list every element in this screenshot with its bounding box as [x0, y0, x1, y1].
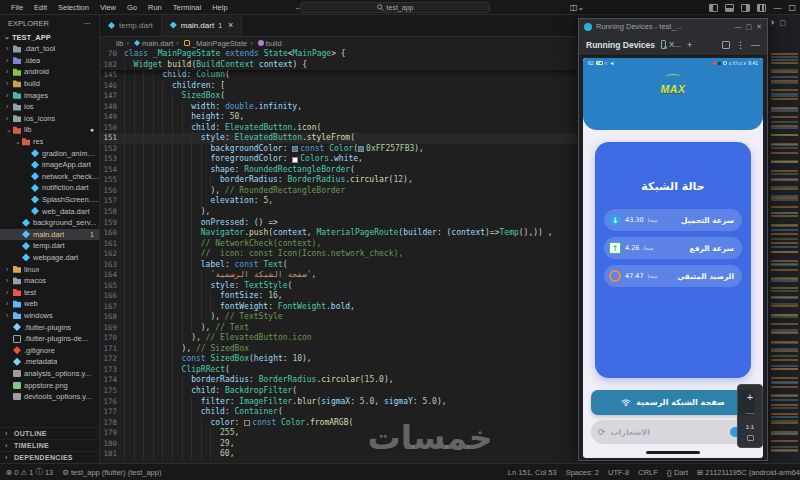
explorer-item-label: macos: [24, 276, 46, 285]
panel-minimize-button[interactable]: —: [735, 23, 742, 30]
explorer-item[interactable]: › windows: [0, 310, 99, 322]
explorer-root[interactable]: ⌄ TEST_APP: [0, 31, 99, 43]
customize-layout-icon[interactable]: [757, 4, 766, 12]
explorer-item[interactable]: devtools_options.y...: [0, 391, 99, 403]
explorer-item[interactable]: main.dart 1: [0, 229, 99, 241]
explorer-item[interactable]: › linux: [0, 263, 99, 275]
language-mode[interactable]: {} Dart: [667, 468, 688, 477]
explorer-item[interactable]: gradion_animat...: [0, 147, 99, 159]
explorer-item[interactable]: › build: [0, 78, 99, 90]
toggle-sidebar-icon[interactable]: [709, 4, 718, 12]
explorer-item[interactable]: › test: [0, 286, 99, 298]
explorer-item[interactable]: .flutter-plugins-de...: [0, 333, 99, 345]
device-tab[interactable]: X...: [661, 40, 681, 49]
code-token: height: [254, 354, 283, 365]
zoom-out-button[interactable]: —: [746, 408, 755, 418]
code-token: State: [264, 49, 288, 60]
menu-item[interactable]: Edit: [29, 3, 52, 12]
explorer-item[interactable]: temp.dart: [0, 240, 99, 252]
code-viewport[interactable]: 70class _MainPageState extends State<Mai…: [100, 49, 578, 460]
sidebar-section-header[interactable]: › OUTLINE: [0, 427, 99, 439]
explorer-item[interactable]: appstore.png: [0, 379, 99, 391]
explorer-item[interactable]: network_check...: [0, 171, 99, 183]
menu-item[interactable]: Terminal: [168, 3, 206, 12]
eol-sequence[interactable]: CRLF: [638, 468, 658, 477]
explorer-item[interactable]: web_data.dart: [0, 205, 99, 217]
panel-maximize-button[interactable]: ▢: [746, 23, 753, 31]
explorer-item[interactable]: .gitignore: [0, 344, 99, 356]
panel-close-button[interactable]: ✕: [756, 23, 762, 31]
encoding[interactable]: UTF-8: [608, 468, 629, 477]
titlebar-controls: — ▢: [709, 0, 796, 15]
explorer-item[interactable]: webpage.dart: [0, 252, 99, 264]
explorer-item[interactable]: › android: [0, 66, 99, 78]
explorer-item[interactable]: › ios_icons: [0, 113, 99, 125]
explorer-item[interactable]: SplashScreen.d...: [0, 194, 99, 206]
tab-temp-dart[interactable]: temp.dart: [100, 15, 162, 36]
code-token: (),)) ,: [519, 228, 553, 239]
breadcrumb-item[interactable]: lib: [108, 39, 124, 48]
kebab-menu-icon[interactable]: ⋮: [736, 40, 745, 50]
sidebar-section-header[interactable]: › TIMELINE: [0, 439, 99, 451]
split-editor-icon[interactable]: ◫⌄: [570, 3, 584, 12]
code-token: style: [210, 281, 234, 292]
line-number: 172: [100, 354, 124, 365]
explorer-item[interactable]: › web: [0, 298, 99, 310]
official-network-page-button[interactable]: صفحة الشبكة الرسمية: [591, 390, 755, 415]
breadcrumb-item[interactable]: main.dart: [127, 39, 174, 48]
menu-item[interactable]: View: [95, 3, 121, 12]
explorer-item[interactable]: › .dart_tool: [0, 43, 99, 55]
device-screen[interactable]: 62 ≈ ◄ ٤.٢/١٤.٧ 9:41 MAX: [583, 58, 763, 458]
menu-item[interactable]: Go: [122, 3, 142, 12]
toggle-secondary-sidebar-icon[interactable]: [741, 4, 750, 12]
breadcrumb-item[interactable]: build: [250, 39, 281, 48]
more-actions-icon[interactable]: ⋯: [84, 19, 92, 28]
code-token: ,: [312, 270, 317, 281]
device-selector[interactable]: ⊞ 211211195C (android-arm64: [697, 468, 800, 477]
explorer-item[interactable]: › macos: [0, 275, 99, 287]
panel-toolbar: Running Devices X... + ⋮ —: [579, 34, 767, 56]
explorer-item[interactable]: › .idea: [0, 55, 99, 67]
explorer-item[interactable]: › images: [0, 89, 99, 101]
explorer-item[interactable]: ⌄ res: [0, 136, 99, 148]
explorer-item[interactable]: background_serv...: [0, 217, 99, 229]
hide-panel-icon[interactable]: —: [751, 40, 760, 50]
close-tab-icon[interactable]: ×: [228, 20, 233, 30]
screenshot-icon[interactable]: [747, 435, 754, 441]
menu-item[interactable]: Selection: [53, 3, 94, 12]
code-token: ),: [384, 375, 394, 386]
explorer-item[interactable]: analysis_options.y...: [0, 368, 99, 380]
zoom-reset-button[interactable]: 1:1: [746, 424, 754, 430]
explorer-item-label: res: [33, 137, 43, 146]
explorer-item[interactable]: › ios: [0, 101, 99, 113]
explorer-item[interactable]: ⌄ lib ●: [0, 124, 99, 136]
line-number: 177: [100, 407, 124, 418]
code-token: ),: [201, 207, 211, 218]
explorer-item[interactable]: .metadata: [0, 356, 99, 368]
device-tab-label: X...: [669, 40, 681, 49]
float-window-icon[interactable]: [722, 41, 730, 49]
menu-item[interactable]: File: [6, 3, 28, 12]
cursor-position[interactable]: Ln 151, Col 53: [508, 468, 557, 477]
minimize-button[interactable]: —: [773, 3, 781, 12]
toggle-panel-icon[interactable]: [725, 4, 734, 12]
code-token: ),: [302, 354, 312, 365]
problems-indicator[interactable]: ⊗ 0 ⚠ 1 ⓘ 13: [6, 467, 53, 477]
explorer-item[interactable]: notifiction.dart: [0, 182, 99, 194]
sidebar-section-header[interactable]: › DEPENDENCIES: [0, 451, 99, 463]
explorer-item[interactable]: .flutter-plugins: [0, 321, 99, 333]
phone-icon: [661, 40, 666, 49]
menu-item[interactable]: Run: [143, 3, 167, 12]
breadcrumb-item[interactable]: _MainPageState: [176, 39, 247, 48]
menu-item[interactable]: Help: [207, 3, 232, 12]
code-line: 102Widget build(BuildContext context) {: [100, 60, 578, 71]
explorer-item[interactable]: imageApp.dart: [0, 159, 99, 171]
command-center-search[interactable]: test_app: [300, 2, 490, 13]
tab-main-dart[interactable]: main.dart 1 ×: [162, 15, 243, 36]
logo-text: MAX: [661, 83, 686, 95]
zoom-in-button[interactable]: +: [747, 391, 753, 403]
maximize-button[interactable]: ▢: [788, 3, 796, 12]
add-device-button[interactable]: +: [687, 40, 692, 50]
indentation[interactable]: Spaces: 2: [566, 468, 599, 477]
launch-config[interactable]: ⚙ test_app (flutter) (test_app): [62, 468, 161, 477]
